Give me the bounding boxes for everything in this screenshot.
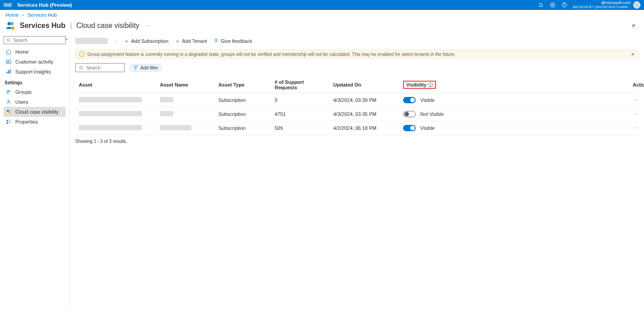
svg-rect-10 xyxy=(7,72,8,73)
requests-cell: 509 xyxy=(271,121,330,135)
visibility-header-label: Visibility xyxy=(406,82,426,87)
banner-close-button[interactable]: ✕ xyxy=(631,52,635,57)
svg-point-15 xyxy=(8,100,9,102)
info-icon[interactable]: i xyxy=(428,83,433,87)
table-row: Subscription 509 4/2/2024, 06:18 PM Visi… xyxy=(75,121,639,135)
visibility-toggle[interactable] xyxy=(403,125,416,131)
asset-redacted xyxy=(79,125,142,130)
filter-row: Add filter xyxy=(75,63,639,72)
svg-point-2 xyxy=(564,6,565,6)
sidebar-section-settings: Settings xyxy=(5,80,66,85)
filter-icon xyxy=(133,65,138,70)
sidebar-item-users[interactable]: Users xyxy=(4,97,66,107)
svg-point-14 xyxy=(9,91,10,92)
col-header-asset[interactable]: Asset xyxy=(75,77,156,93)
sidebar-item-label: Support insights xyxy=(15,69,51,74)
svg-rect-8 xyxy=(7,61,8,63)
grid-search[interactable] xyxy=(75,63,125,72)
row-actions-button[interactable]: ⋯ xyxy=(633,111,639,117)
asset-name-redacted xyxy=(160,125,191,130)
row-actions-button[interactable]: ⋯ xyxy=(633,125,639,131)
breadcrumb: Home › Services Hub xyxy=(0,10,644,20)
table-row: Subscription 0 4/3/2024, 03:39 PM Visibl… xyxy=(75,93,639,107)
table-header-row: Asset Asset Name Asset Type # of Support… xyxy=(75,77,639,93)
col-header-asset-name[interactable]: Asset Name xyxy=(156,77,215,93)
row-actions-button[interactable]: ⋯ xyxy=(633,97,639,103)
asset-name-redacted xyxy=(160,111,173,116)
help-icon[interactable] xyxy=(561,2,567,8)
col-header-updated[interactable]: Updated On xyxy=(330,77,399,93)
col-header-asset-type[interactable]: Asset Type xyxy=(215,77,271,93)
sidebar-search-input[interactable] xyxy=(13,38,63,43)
updated-cell: 4/3/2024, 03:35 PM xyxy=(330,107,399,121)
sidebar-item-properties[interactable]: Properties xyxy=(4,117,66,127)
user-menu[interactable]: @microsoft.com MICROSOFT (MICROSOFTONMI.… xyxy=(573,1,640,9)
sidebar-item-cloud-case-visibility[interactable]: Cloud case visibility xyxy=(4,107,66,117)
home-icon xyxy=(5,49,12,55)
warning-icon: ! xyxy=(79,51,85,57)
page-more-icon[interactable]: ⋯ xyxy=(145,23,151,28)
results-summary: Showing 1 - 3 of 3 results. xyxy=(75,139,639,144)
collapse-sidebar-button[interactable]: « xyxy=(64,37,70,41)
svg-point-0 xyxy=(552,5,553,6)
visibility-toggle[interactable] xyxy=(403,111,416,117)
add-filter-label: Add filter xyxy=(141,65,158,70)
page-header: Services Hub | Cloud case visibility ⋯ ✕ xyxy=(0,20,644,33)
asset-redacted xyxy=(79,111,142,116)
sidebar-search[interactable] xyxy=(4,36,66,44)
svg-rect-9 xyxy=(9,61,9,63)
asset-type-cell: Subscription xyxy=(215,107,271,121)
sidebar-item-customer-activity[interactable]: Customer activity xyxy=(4,57,66,67)
banner-text: Group assignment feature is currently ru… xyxy=(87,52,456,57)
svg-rect-20 xyxy=(7,122,8,124)
plus-icon: ＋ xyxy=(175,37,180,45)
requests-cell: 0 xyxy=(271,93,330,107)
sidebar-item-support-insights[interactable]: Support insights xyxy=(4,67,66,77)
col-header-actions: Actions xyxy=(629,77,639,93)
search-icon xyxy=(6,37,11,43)
svg-point-18 xyxy=(9,112,10,114)
properties-icon xyxy=(5,119,12,125)
svg-point-4 xyxy=(10,22,14,25)
close-blade-button[interactable]: ✕ xyxy=(631,23,639,29)
app-title: Services Hub (Preview) xyxy=(17,2,72,8)
breadcrumb-home[interactable]: Home xyxy=(5,12,18,18)
chevron-right-icon: › xyxy=(22,12,24,18)
user-icon xyxy=(5,99,12,105)
main-content: ⌄ ＋ Add Subscription ＋ Add Tenant Give f… xyxy=(70,33,644,311)
warning-banner: ! Group assignment feature is currently … xyxy=(75,50,639,59)
visibility-icon xyxy=(5,109,12,115)
sidebar-item-home[interactable]: Home xyxy=(4,47,66,57)
give-feedback-button[interactable]: Give feedback xyxy=(213,38,252,44)
chevron-down-icon[interactable]: ⌄ xyxy=(114,39,118,43)
page-title: Services Hub xyxy=(20,22,65,30)
settings-icon[interactable] xyxy=(549,2,556,8)
asset-name-redacted xyxy=(160,97,173,102)
grid-search-input[interactable] xyxy=(86,65,122,70)
col-header-requests[interactable]: # of Support Requests xyxy=(271,77,330,93)
add-tenant-button[interactable]: ＋ Add Tenant xyxy=(175,37,207,45)
table-row: Subscription 4751 4/3/2024, 03:35 PM Not… xyxy=(75,107,639,121)
add-filter-button[interactable]: Add filter xyxy=(129,64,162,72)
notification-icon[interactable] xyxy=(538,2,544,8)
col-header-visibility[interactable]: Visibility i xyxy=(399,77,629,93)
toolbar-label: Add Subscription xyxy=(131,38,168,44)
add-subscription-button[interactable]: ＋ Add Subscription xyxy=(124,37,168,45)
topbar: Services Hub (Preview) @microsoft.com MI… xyxy=(0,0,644,10)
feedback-icon xyxy=(213,38,219,44)
asset-type-cell: Subscription xyxy=(215,93,271,107)
visibility-label: Not Visible xyxy=(420,111,444,117)
visibility-toggle[interactable] xyxy=(403,97,416,103)
sidebar-item-groups[interactable]: Groups xyxy=(4,87,66,97)
scope-selector-redacted xyxy=(75,38,108,44)
svg-rect-19 xyxy=(7,120,8,121)
avatar xyxy=(633,1,640,9)
svg-point-5 xyxy=(11,27,14,30)
asset-redacted xyxy=(79,97,142,102)
svg-point-13 xyxy=(7,91,9,92)
sidebar: « Home Customer activity Support insight… xyxy=(0,33,70,311)
hamburger-menu-icon[interactable] xyxy=(4,3,12,7)
breadcrumb-services-hub[interactable]: Services Hub xyxy=(27,12,57,18)
activity-icon xyxy=(5,59,12,65)
svg-rect-11 xyxy=(8,70,9,73)
